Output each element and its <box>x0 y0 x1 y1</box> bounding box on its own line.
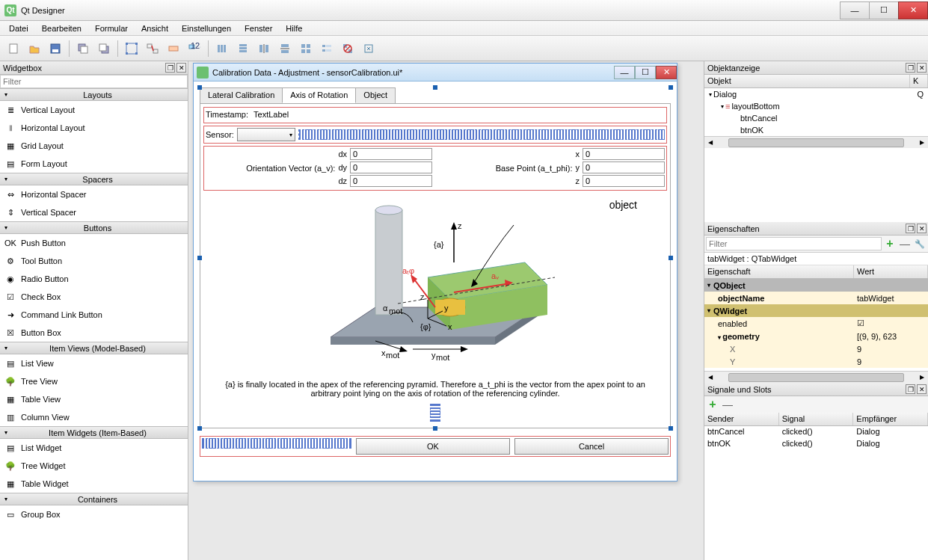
widgetbox-category[interactable]: ▾Layouts <box>0 88 188 101</box>
col-sender[interactable]: Sender <box>704 413 779 425</box>
col-value[interactable]: Wert <box>854 265 928 278</box>
property-category[interactable]: ▾QObject <box>704 279 928 292</box>
widgetbox-item[interactable]: ▦Grid Layout <box>0 137 188 155</box>
object-tree-row[interactable]: btnCancel <box>704 112 928 124</box>
edit-signals-button[interactable] <box>144 40 162 58</box>
send-back-button[interactable] <box>74 40 92 58</box>
tab-object[interactable]: Object <box>355 87 396 103</box>
dx-field[interactable]: 0 <box>350 148 432 160</box>
properties-table[interactable]: ▾QObjectobjectNametabWidget▾QWidgetenabl… <box>704 279 928 371</box>
property-category[interactable]: ▾QWidget <box>704 304 928 317</box>
signals-table[interactable]: Sender Signal Empfänger btnCancelclicked… <box>704 413 928 560</box>
menu-einstellungen[interactable]: Einstellungen <box>176 22 237 34</box>
object-tree-row[interactable]: ▾DialogQ <box>704 88 928 100</box>
signal-row[interactable]: btnOKclicked()Dialog <box>704 438 928 450</box>
dock-float-button[interactable]: ❐ <box>906 63 915 73</box>
break-layout-button[interactable] <box>339 40 357 58</box>
minimize-button[interactable]: — <box>840 1 870 19</box>
widgetbox-item[interactable]: ⚙Tool Button <box>0 252 188 270</box>
widgetbox-item[interactable]: ⇕Vertical Spacer <box>0 203 188 221</box>
widgetbox-category[interactable]: ▾Item Widgets (Item-Based) <box>0 426 188 439</box>
widgetbox-item[interactable]: 🌳Tree Widget <box>0 457 188 475</box>
widgetbox-item[interactable]: ▦Table View <box>0 390 188 408</box>
menu-ansicht[interactable]: Ansicht <box>135 22 174 34</box>
horizontal-scrollbar[interactable]: ◀▶ <box>704 136 928 148</box>
layout-vert-splitter-button[interactable] <box>276 40 294 58</box>
properties-filter-input[interactable] <box>706 237 882 250</box>
tab-lateral[interactable]: Lateral Calibration <box>200 87 283 103</box>
x-field[interactable]: 0 <box>583 148 665 160</box>
form-titlebar[interactable]: Calibration Data - Adjustment - sensorCa… <box>194 64 677 81</box>
form-close-button[interactable]: ✕ <box>656 66 677 79</box>
form-window[interactable]: Calibration Data - Adjustment - sensorCa… <box>193 63 677 481</box>
selection-handle[interactable] <box>433 426 437 431</box>
widgetbox-item[interactable]: ⦀Horizontal Layout <box>0 119 188 137</box>
dock-close-button[interactable]: ✕ <box>917 384 927 394</box>
horizontal-spacer[interactable] <box>202 438 351 449</box>
menu-datei[interactable]: Datei <box>3 22 34 34</box>
widgetbox-item[interactable]: 🌳Tree View <box>0 372 188 390</box>
edit-widgets-button[interactable] <box>123 40 141 58</box>
dz-field[interactable]: 0 <box>350 175 432 187</box>
menu-hilfe[interactable]: Hilfe <box>280 22 308 34</box>
widgetbox-category[interactable]: ▾Item Views (Model-Based) <box>0 342 188 354</box>
widgetbox-item[interactable]: ▤List View <box>0 354 188 372</box>
ok-button[interactable]: OK <box>356 438 510 455</box>
property-row[interactable]: Y9 <box>704 355 928 368</box>
add-connection-button[interactable]: + <box>706 398 719 411</box>
add-property-button[interactable]: + <box>883 237 897 250</box>
property-row[interactable]: enabled☑ <box>704 317 928 330</box>
property-row[interactable]: ▾ geometry[(9, 9), 623 <box>704 330 928 342</box>
remove-property-button[interactable]: — <box>898 237 912 250</box>
widgetbox-item[interactable]: ▤List Widget <box>0 439 188 457</box>
sensor-combo[interactable] <box>237 128 295 141</box>
open-button[interactable] <box>25 40 43 58</box>
col-object[interactable]: Objekt <box>704 75 910 87</box>
col-property[interactable]: Eigenschaft <box>704 265 854 278</box>
widgetbox-item[interactable]: ▭Group Box <box>0 505 188 523</box>
selection-handle[interactable] <box>669 85 673 90</box>
property-row[interactable]: X9 <box>704 342 928 355</box>
signal-row[interactable]: btnCancelclicked()Dialog <box>704 426 928 438</box>
widgetbox-item[interactable]: OKPush Button <box>0 234 188 252</box>
widgetbox-item[interactable]: ▤Form Layout <box>0 155 188 173</box>
widgetbox-item[interactable]: ☑Check Box <box>0 288 188 306</box>
widgetbox-item[interactable]: ☒Button Box <box>0 324 188 342</box>
widgetbox-item[interactable]: ⇔Horizontal Spacer <box>0 185 188 203</box>
edit-buddies-button[interactable] <box>165 40 182 58</box>
col-signal[interactable]: Signal <box>779 413 854 425</box>
z-field[interactable]: 0 <box>583 175 665 187</box>
remove-connection-button[interactable]: — <box>721 398 734 411</box>
selection-handle[interactable] <box>669 426 673 431</box>
adjust-size-button[interactable] <box>360 40 378 58</box>
widgetbox-item[interactable]: ≣Vertical Layout <box>0 101 188 119</box>
widgetbox-item[interactable]: ➜Command Link Button <box>0 306 188 324</box>
horizontal-scrollbar[interactable]: ◀▶ <box>704 371 928 383</box>
form-maximize-button[interactable]: ☐ <box>635 66 656 79</box>
widgetbox-item[interactable]: ▥Column View <box>0 408 188 426</box>
vertical-spacer[interactable] <box>430 404 440 422</box>
dock-float-button[interactable]: ❐ <box>165 63 175 73</box>
cancel-button[interactable]: Cancel <box>514 438 669 455</box>
layout-grid-button[interactable] <box>297 40 315 58</box>
menu-bearbeiten[interactable]: Bearbeiten <box>36 22 87 34</box>
widgetbox-item[interactable]: ▦Table Widget <box>0 475 188 493</box>
menu-fenster[interactable]: Fenster <box>239 22 278 34</box>
close-button[interactable]: ✕ <box>898 1 928 19</box>
col-receiver[interactable]: Empfänger <box>853 413 928 425</box>
edit-taborder-button[interactable]: 123 <box>185 40 203 58</box>
dock-float-button[interactable]: ❐ <box>906 224 915 233</box>
widgetbox-category[interactable]: ▾Containers <box>0 493 188 505</box>
save-button[interactable] <box>46 40 64 58</box>
layout-horiz-button[interactable] <box>213 40 231 58</box>
dock-float-button[interactable]: ❐ <box>906 384 915 394</box>
widgetbox-list[interactable]: ▾Layouts≣Vertical Layout⦀Horizontal Layo… <box>0 88 188 560</box>
selection-handle[interactable] <box>433 85 437 90</box>
selection-handle[interactable] <box>197 85 202 90</box>
widgetbox-category[interactable]: ▾Buttons <box>0 221 188 234</box>
selection-handle[interactable] <box>197 256 202 260</box>
property-row[interactable]: objectNametabWidget <box>704 292 928 304</box>
y-field[interactable]: 0 <box>583 161 665 173</box>
selection-handle[interactable] <box>669 256 673 260</box>
form-minimize-button[interactable]: — <box>614 66 635 79</box>
